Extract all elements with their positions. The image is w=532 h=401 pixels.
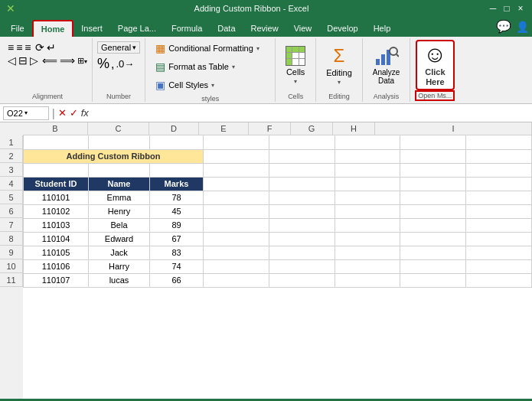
cell-b9[interactable]: 110105 (24, 246, 89, 259)
cell-i11[interactable] (466, 273, 532, 287)
cell-g11[interactable] (335, 273, 400, 287)
col-header-c[interactable]: C (88, 122, 149, 135)
cell-c3[interactable] (89, 163, 150, 177)
cell-g4[interactable] (335, 177, 400, 191)
cell-i9[interactable] (466, 246, 532, 259)
cell-f9[interactable] (269, 246, 335, 259)
cell-i7[interactable] (466, 218, 532, 232)
number-format-dd[interactable]: ▾ (132, 44, 136, 51)
cell-i10[interactable] (466, 259, 532, 273)
tab-file[interactable]: File (3, 20, 32, 37)
cell-f11[interactable] (269, 273, 335, 287)
cell-title[interactable]: Adding Custom Ribbon (24, 149, 204, 163)
cell-f1[interactable] (269, 135, 335, 149)
cell-d3[interactable] (150, 163, 204, 177)
cell-marks-header[interactable]: Marks (150, 177, 204, 191)
cell-c9[interactable]: Jack (89, 246, 150, 259)
cell-h10[interactable] (400, 259, 466, 273)
cell-h8[interactable] (400, 232, 466, 246)
row-num-11[interactable]: 11 (0, 273, 23, 287)
cell-h11[interactable] (400, 273, 466, 287)
row-num-5[interactable]: 5 (0, 191, 23, 204)
cell-f2[interactable] (269, 149, 335, 163)
tab-view[interactable]: View (286, 20, 320, 37)
col-header-b[interactable]: B (23, 122, 88, 135)
row-num-6[interactable]: 6 (0, 204, 23, 218)
cell-g3[interactable] (335, 163, 400, 177)
dec-inc-icon[interactable]: .0→ (116, 58, 134, 70)
insert-function-button[interactable]: fx (81, 107, 89, 119)
cell-i8[interactable] (466, 232, 532, 246)
cell-c1[interactable] (89, 135, 150, 149)
comma-icon[interactable]: , (111, 57, 114, 71)
tab-review[interactable]: Review (243, 20, 286, 37)
cell-e5[interactable] (204, 191, 269, 204)
cell-h7[interactable] (400, 218, 466, 232)
format-as-table-button[interactable]: ▤ Format as Table ▾ (150, 58, 270, 75)
cell-student-id-header[interactable]: Student ID (24, 177, 89, 191)
cell-g10[interactable] (335, 259, 400, 273)
cell-d11[interactable]: 66 (150, 273, 204, 287)
confirm-formula-button[interactable]: ✓ (70, 107, 78, 119)
comments-icon[interactable]: 💬 (496, 19, 511, 34)
row-num-1[interactable]: 1 (0, 135, 23, 149)
row-num-3[interactable]: 3 (0, 163, 23, 177)
cell-f8[interactable] (269, 232, 335, 246)
cell-e2[interactable] (204, 149, 269, 163)
cell-e3[interactable] (204, 163, 269, 177)
cell-name-header[interactable]: Name (89, 177, 150, 191)
row-num-2[interactable]: 2 (0, 149, 23, 163)
cells-button[interactable]: Cells ▾ (280, 40, 311, 90)
cell-i1[interactable] (466, 135, 532, 149)
editing-button[interactable]: Σ Editing ▾ (321, 40, 357, 90)
cell-b7[interactable]: 110103 (24, 218, 89, 232)
cell-d6[interactable]: 45 (150, 204, 204, 218)
tab-help[interactable]: Help (366, 20, 399, 37)
row-num-10[interactable]: 10 (0, 259, 23, 273)
close-button[interactable]: × (515, 3, 526, 14)
cell-g2[interactable] (335, 149, 400, 163)
cell-h9[interactable] (400, 246, 466, 259)
cell-g5[interactable] (335, 191, 400, 204)
click-here-button[interactable]: ☺ ClickHere (416, 40, 455, 90)
cell-h3[interactable] (400, 163, 466, 177)
cell-e6[interactable] (204, 204, 269, 218)
cell-f10[interactable] (269, 259, 335, 273)
cell-i4[interactable] (466, 177, 532, 191)
col-header-h[interactable]: H (333, 122, 375, 135)
col-header-g[interactable]: G (291, 122, 333, 135)
cell-g7[interactable] (335, 218, 400, 232)
cell-g6[interactable] (335, 204, 400, 218)
tab-page-layout[interactable]: Page La... (110, 20, 164, 37)
percent-icon[interactable]: % (97, 56, 109, 72)
cell-d9[interactable]: 83 (150, 246, 204, 259)
tab-formula[interactable]: Formula (164, 20, 210, 37)
cell-d10[interactable]: 74 (150, 259, 204, 273)
cell-h1[interactable] (400, 135, 466, 149)
cell-styles-button[interactable]: ▣ Cell Styles ▾ (150, 77, 270, 93)
row-num-4[interactable]: 4 (0, 177, 23, 191)
cell-c5[interactable]: Emma (89, 191, 150, 204)
cell-i5[interactable] (466, 191, 532, 204)
row-num-8[interactable]: 8 (0, 232, 23, 246)
cell-b8[interactable]: 110104 (24, 232, 89, 246)
col-header-d[interactable]: D (149, 122, 199, 135)
cell-e1[interactable] (204, 135, 269, 149)
cell-reference-box[interactable]: O22 ▾ (3, 106, 49, 120)
cell-c8[interactable]: Edward (89, 232, 150, 246)
cell-d8[interactable]: 67 (150, 232, 204, 246)
cell-h5[interactable] (400, 191, 466, 204)
row-num-9[interactable]: 9 (0, 246, 23, 259)
cell-b6[interactable]: 110102 (24, 204, 89, 218)
tab-develop[interactable]: Develop (319, 20, 365, 37)
cell-g9[interactable] (335, 246, 400, 259)
formula-input[interactable] (92, 109, 529, 118)
cell-f4[interactable] (269, 177, 335, 191)
cell-i3[interactable] (466, 163, 532, 177)
col-header-i[interactable]: I (375, 122, 532, 135)
col-header-f[interactable]: F (249, 122, 291, 135)
cell-e4[interactable] (204, 177, 269, 191)
cell-b3[interactable] (24, 163, 89, 177)
cell-i2[interactable] (466, 149, 532, 163)
cell-h6[interactable] (400, 204, 466, 218)
